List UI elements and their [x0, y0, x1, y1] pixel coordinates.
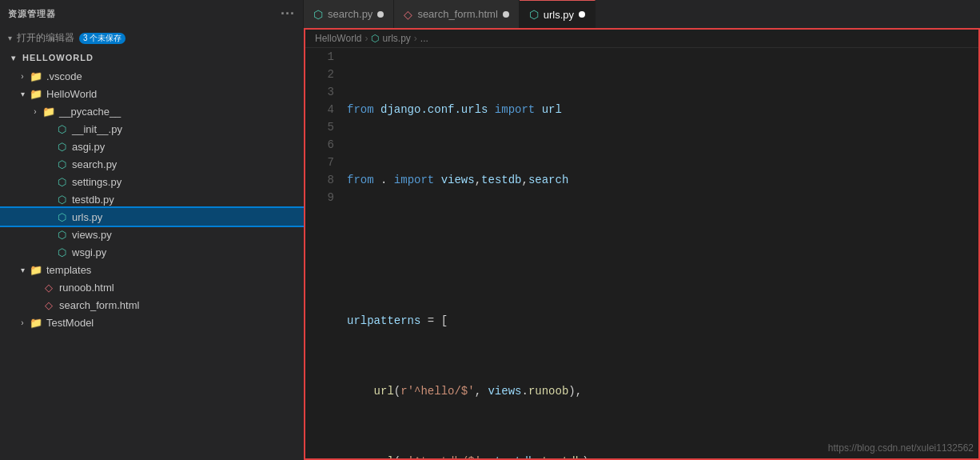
- sidebar-item-wsgi[interactable]: ⬡ wsgi.py: [0, 243, 304, 261]
- sidebar-item-runoob[interactable]: ◇ runoob.html: [0, 278, 304, 296]
- py-icon-views: ⬡: [54, 227, 69, 242]
- folder-icon-pycache: 📁: [42, 104, 56, 118]
- sidebar-item-search-form-html[interactable]: ◇ search_form.html: [0, 296, 304, 314]
- folder-icon-helloworld: 📁: [29, 86, 43, 101]
- code-line-1: from django.conf.urls import url: [347, 101, 978, 118]
- sidebar-item-search[interactable]: ⬡ search.py: [0, 155, 304, 173]
- tab-label-urls: urls.py: [544, 9, 574, 21]
- html-icon: ◇: [404, 8, 412, 21]
- helloworld-chevron: [16, 87, 29, 100]
- explorer-dots[interactable]: ···: [281, 6, 295, 22]
- sidebar-item-init[interactable]: ⬡ __init__.py: [0, 120, 304, 138]
- unsaved-badge: 3 个未保存: [79, 33, 125, 44]
- breadcrumb: HelloWorld › ⬡ urls.py › ...: [305, 30, 978, 48]
- testmodel-label: TestModel: [46, 317, 94, 329]
- code-line-4: urlpatterns = [: [347, 312, 978, 330]
- tab-bar: 资源管理器 ··· ⬡ search.py ◇ search_form.html…: [0, 0, 980, 28]
- search-form-html-label: search_form.html: [59, 299, 139, 311]
- tab-search-py[interactable]: ⬡ search.py: [304, 0, 394, 28]
- code-line-6: url(r'^testdb/$', testdb.testdb),: [347, 453, 978, 458]
- breadcrumb-urls: urls.py: [382, 33, 410, 44]
- py-icon-urls: ⬡: [54, 210, 69, 224]
- search-label: search.py: [72, 158, 117, 170]
- breadcrumb-sep2: ›: [414, 33, 417, 44]
- root-label: HELLOWORLD: [22, 53, 94, 62]
- sidebar-item-asgi[interactable]: ⬡ asgi.py: [0, 138, 304, 155]
- py-icon-wsgi: ⬡: [54, 245, 69, 259]
- code-lines[interactable]: from django.conf.urls import url from . …: [344, 48, 978, 458]
- line-numbers: 1 2 3 4 5 6 7 8 9: [305, 48, 344, 458]
- vscode-label: .vscode: [46, 70, 82, 82]
- open-editors-section[interactable]: ▾ 打开的编辑器 3 个未保存: [0, 28, 304, 48]
- testdb-label: testdb.py: [72, 194, 114, 206]
- py-icon-init: ⬡: [54, 122, 69, 136]
- py-icon-search: ⬡: [54, 157, 69, 171]
- python-icon-urls: ⬡: [529, 8, 539, 21]
- settings-label: settings.py: [72, 176, 122, 188]
- code-editor[interactable]: 1 2 3 4 5 6 7 8 9 from django.conf.urls …: [305, 48, 978, 458]
- sidebar: ▾ 打开的编辑器 3 个未保存 HELLOWORLD 📁 .vscode 📁 H…: [0, 28, 304, 460]
- asgi-label: asgi.py: [72, 141, 105, 153]
- tab-urls-py[interactable]: ⬡ urls.py: [520, 0, 596, 28]
- watermark: https://blog.csdn.net/xulei1132562: [828, 442, 974, 454]
- python-icon: ⬡: [313, 8, 323, 21]
- sidebar-item-views[interactable]: ⬡ views.py: [0, 226, 304, 243]
- templates-chevron: [16, 263, 29, 276]
- sidebar-item-vscode[interactable]: 📁 .vscode: [0, 67, 304, 85]
- main-content: ▾ 打开的编辑器 3 个未保存 HELLOWORLD 📁 .vscode 📁 H…: [0, 28, 980, 460]
- root-folder[interactable]: HELLOWORLD: [0, 48, 304, 67]
- sidebar-item-testdb[interactable]: ⬡ testdb.py: [0, 190, 304, 208]
- init-label: __init__.py: [72, 123, 122, 135]
- code-line-5: url(r'^hello/$', views.runoob),: [347, 382, 978, 400]
- root-chevron: [6, 51, 19, 64]
- pycache-chevron: [29, 105, 42, 118]
- tab-dirty-search-py: [377, 11, 384, 18]
- vscode-chevron: [16, 70, 29, 82]
- sidebar-item-helloworld[interactable]: 📁 HelloWorld: [0, 85, 304, 102]
- tab-label-search-py: search.py: [328, 8, 372, 20]
- wsgi-label: wsgi.py: [72, 246, 106, 258]
- tab-search-form-html[interactable]: ◇ search_form.html: [394, 0, 519, 28]
- pycache-label: __pycache__: [59, 106, 121, 118]
- folder-icon-vscode: 📁: [29, 69, 43, 83]
- tab-dirty-search-form: [503, 11, 509, 18]
- urls-label: urls.py: [72, 211, 102, 223]
- breadcrumb-helloworld: HelloWorld: [315, 33, 361, 44]
- runoob-label: runoob.html: [59, 282, 114, 294]
- sidebar-item-testmodel[interactable]: 📁 TestModel: [0, 314, 304, 331]
- templates-label: templates: [46, 264, 91, 276]
- views-label: views.py: [72, 229, 112, 241]
- html-icon-runoob: ◇: [42, 280, 56, 294]
- explorer-title: 资源管理器: [8, 8, 56, 20]
- open-editors-label: 打开的编辑器: [17, 31, 74, 45]
- sidebar-item-pycache[interactable]: 📁 __pycache__: [0, 102, 304, 120]
- code-line-3: [347, 242, 978, 259]
- testmodel-chevron: [16, 316, 29, 329]
- breadcrumb-py-icon: ⬡: [371, 33, 379, 44]
- html-icon-search-form: ◇: [42, 298, 56, 312]
- helloworld-label: HelloWorld: [46, 88, 97, 100]
- sidebar-item-settings[interactable]: ⬡ settings.py: [0, 173, 304, 190]
- sidebar-item-templates[interactable]: 📁 templates: [0, 261, 304, 278]
- folder-icon-templates: 📁: [29, 262, 43, 277]
- tab-dirty-urls: [579, 11, 585, 18]
- code-line-2: from . import views,testdb,search: [347, 171, 978, 189]
- chevron-open-editors: ▾: [8, 34, 12, 42]
- breadcrumb-sep1: ›: [365, 33, 368, 44]
- tab-label-search-form: search_form.html: [417, 8, 497, 20]
- sidebar-item-urls[interactable]: ⬡ urls.py: [0, 208, 304, 226]
- breadcrumb-ellipsis: ...: [420, 33, 428, 44]
- py-icon-testdb: ⬡: [54, 192, 69, 206]
- folder-icon-testmodel: 📁: [29, 315, 43, 330]
- editor-area: HelloWorld › ⬡ urls.py › ... 1 2 3 4 5 6…: [304, 28, 980, 460]
- py-icon-asgi: ⬡: [54, 139, 69, 154]
- py-icon-settings: ⬡: [54, 174, 69, 189]
